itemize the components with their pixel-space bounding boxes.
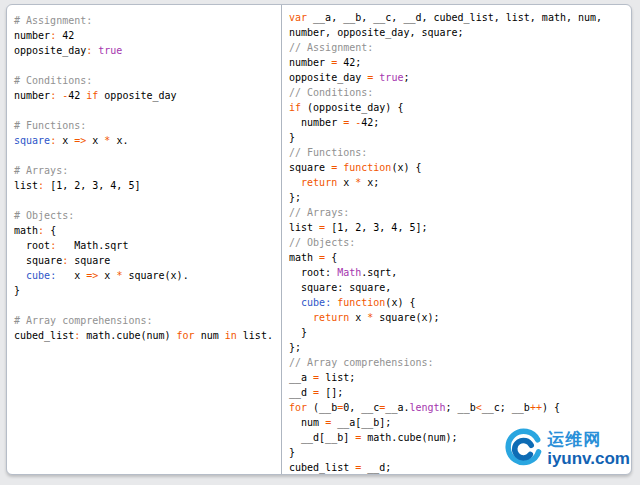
code-line: [14, 298, 277, 313]
code-line: // Functions:: [289, 145, 627, 160]
code-line: // Array comprehensions:: [289, 355, 627, 370]
swirl-logo-icon: [501, 426, 545, 472]
javascript-output-pane: var __a, __b, __c, __d, cubed_list, list…: [282, 5, 631, 474]
code-line: # Objects:: [14, 208, 277, 223]
code-line: square: square: [14, 253, 277, 268]
code-line: list: [1, 2, 3, 4, 5]: [14, 178, 277, 193]
code-line: square: x => x * x.: [14, 133, 277, 148]
code-line: number: -42 if opposite_day: [14, 88, 277, 103]
code-line: [14, 193, 277, 208]
iyunv-watermark: 运维网 iyunv.com: [501, 426, 630, 472]
code-line: };: [289, 340, 627, 355]
code-line: # Functions:: [14, 118, 277, 133]
code-line: list = [1, 2, 3, 4, 5];: [289, 220, 627, 235]
code-line: number = -42;: [289, 115, 627, 130]
code-line: [14, 103, 277, 118]
code-line: square: square,: [289, 280, 627, 295]
code-line: math: {: [14, 223, 277, 238]
code-line: // Assignment:: [289, 40, 627, 55]
code-line: return x * square(x);: [289, 310, 627, 325]
code-line: math = {: [289, 250, 627, 265]
code-line: return x * x;: [289, 175, 627, 190]
code-line: // Arrays:: [289, 205, 627, 220]
code-line: if (opposite_day) {: [289, 100, 627, 115]
code-line: };: [289, 190, 627, 205]
code-line: number: 42: [14, 28, 277, 43]
code-line: opposite_day: true: [14, 43, 277, 58]
code-line: cube: function(x) {: [289, 295, 627, 310]
code-line: [14, 148, 277, 163]
code-line: square = function(x) {: [289, 160, 627, 175]
code-line: root: Math.sqrt,: [289, 265, 627, 280]
code-line: }: [289, 130, 627, 145]
code-line: # Assignment:: [14, 13, 277, 28]
code-line: __d = [];: [289, 385, 627, 400]
code-line: var __a, __b, __c, __d, cubed_list, list…: [289, 10, 627, 25]
code-line: }: [14, 283, 277, 298]
code-line: # Arrays:: [14, 163, 277, 178]
code-line: opposite_day = true;: [289, 70, 627, 85]
code-line: cubed_list: math.cube(num) for num in li…: [14, 328, 277, 343]
code-line: number, opposite_day, square;: [289, 25, 627, 40]
code-line: root: Math.sqrt: [14, 238, 277, 253]
code-line: }: [289, 325, 627, 340]
watermark-site-name: 运维网: [547, 431, 630, 448]
code-line: for (__b=0, __c=__a.length; __b<__c; __b…: [289, 400, 627, 415]
watermark-domain: iyunv.com: [547, 450, 630, 467]
coffeescript-source-pane: # Assignment:number: 42opposite_day: tru…: [7, 5, 282, 474]
code-comparison-panel: # Assignment:number: 42opposite_day: tru…: [6, 4, 632, 475]
code-line: # Array comprehensions:: [14, 313, 277, 328]
code-line: cube: x => x * square(x).: [14, 268, 277, 283]
code-line: number = 42;: [289, 55, 627, 70]
code-line: // Objects:: [289, 235, 627, 250]
code-line: // Conditions:: [289, 85, 627, 100]
code-line: # Conditions:: [14, 73, 277, 88]
code-line: __a = list;: [289, 370, 627, 385]
code-line: [14, 58, 277, 73]
